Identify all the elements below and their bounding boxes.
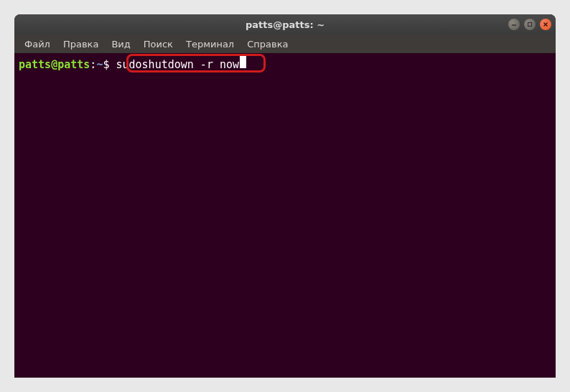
terminal-body[interactable]: patts@patts:~$ sudoshutdown -r now bbox=[14, 53, 556, 378]
prompt-sep: : bbox=[90, 57, 96, 72]
cursor bbox=[240, 56, 246, 68]
menu-terminal[interactable]: Терминал bbox=[180, 37, 240, 52]
prompt-path: ~ bbox=[96, 57, 103, 72]
menubar: Файл Правка Вид Поиск Терминал Справка bbox=[14, 34, 556, 53]
menu-view[interactable]: Вид bbox=[106, 37, 136, 52]
menu-edit[interactable]: Правка bbox=[57, 37, 104, 52]
titlebar[interactable]: patts@patts: ~ bbox=[14, 14, 556, 34]
window-title: patts@patts: ~ bbox=[246, 19, 324, 30]
prompt-dollar: $ bbox=[103, 57, 116, 72]
maximize-icon[interactable] bbox=[524, 19, 536, 30]
close-icon[interactable] bbox=[540, 19, 551, 30]
window-controls bbox=[508, 19, 551, 30]
svg-rect-1 bbox=[528, 23, 532, 27]
minimize-icon[interactable] bbox=[508, 19, 520, 30]
menu-file[interactable]: Файл bbox=[19, 37, 56, 52]
menu-search[interactable]: Поиск bbox=[138, 37, 179, 52]
command-text: sudoshutdown -r now bbox=[116, 57, 239, 72]
prompt-line: patts@patts:~$ sudoshutdown -r now bbox=[19, 56, 551, 72]
terminal-window: patts@patts: ~ Файл Правка Вид Поиск Тер… bbox=[14, 14, 556, 378]
prompt-user: patts@patts bbox=[19, 57, 90, 72]
menu-help[interactable]: Справка bbox=[241, 37, 294, 52]
